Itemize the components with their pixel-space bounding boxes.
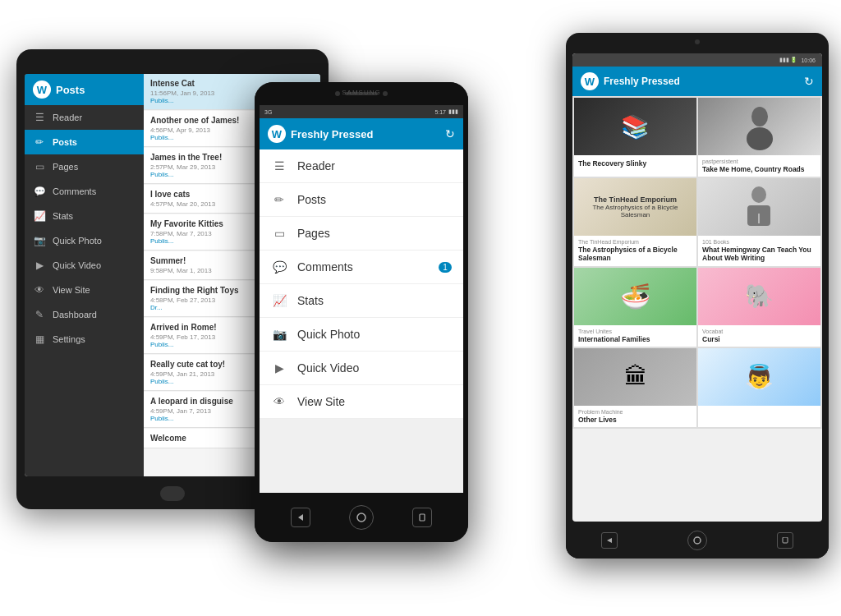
recent-apps-button[interactable]: [412, 508, 432, 527]
tablet-sidebar-header: W Posts: [25, 74, 144, 105]
svg-point-9: [694, 537, 701, 544]
menu-item-pages[interactable]: ▭ Pages: [260, 217, 463, 251]
phone-status-bar: 3G 5:17 ▮▮▮: [260, 105, 463, 118]
sidebar-label-reader: Reader: [53, 113, 82, 122]
posts-menu-icon: ✏: [271, 191, 287, 208]
tablet-sidebar: W Posts ☰ Reader ✏ Posts ▭ Pages 💬 Co: [25, 74, 144, 476]
grid-card-4[interactable]: 101 Books What Hemingway Can Teach You A…: [698, 178, 820, 265]
tablet-right-title-row: W Freshly Pressed: [581, 72, 680, 90]
card-image-5: 🍜: [574, 268, 696, 325]
card-body-2: pastpersistent Take Me Home, Country Roa…: [698, 155, 820, 177]
card-source-6: Vocabat: [702, 329, 816, 334]
phone-bottom-bar: [255, 493, 468, 542]
freshly-pressed-grid: 📚 The Recovery Slinky pastpersistent Tak…: [572, 96, 822, 429]
grid-card-7[interactable]: 🏛 Problem Machine Other Lives: [574, 348, 696, 427]
view-site-menu-icon: 👁: [271, 393, 287, 410]
menu-item-quick-video[interactable]: ▶ Quick Video: [260, 352, 463, 385]
refresh-button[interactable]: ↻: [804, 75, 814, 88]
sidebar-item-pages[interactable]: ▭ Pages: [25, 154, 144, 179]
home-button[interactable]: [349, 505, 374, 530]
sidebar-label-posts: Posts: [53, 137, 77, 147]
menu-item-view-site[interactable]: 👁 View Site: [260, 385, 463, 419]
grid-card-5[interactable]: 🍜 Travel Unites International Families: [574, 268, 696, 347]
menu-item-stats[interactable]: 📈 Stats: [260, 284, 463, 318]
menu-label-reader: Reader: [297, 159, 452, 172]
refresh-icon[interactable]: ↻: [445, 127, 455, 140]
sidebar-item-dashboard[interactable]: ✎ Dashboard: [25, 302, 144, 327]
card-source-4: 101 Books: [702, 239, 816, 245]
menu-label-quick-photo: Quick Photo: [297, 328, 452, 341]
grid-card-8[interactable]: 👼: [698, 348, 820, 427]
tablet-right-screen: ▮▮▮ 🔋 10:06 W Freshly Pressed ↻ 📚 The Re…: [572, 53, 822, 522]
grid-card-1[interactable]: 📚 The Recovery Slinky: [574, 98, 696, 177]
sidebar-item-reader[interactable]: ☰ Reader: [25, 105, 144, 130]
grid-card-2[interactable]: pastpersistent Take Me Home, Country Roa…: [698, 98, 820, 177]
menu-label-view-site: View Site: [297, 395, 452, 408]
sidebar-label-settings: Settings: [53, 334, 85, 344]
grid-card-6[interactable]: 🐘 Vocabat Cursi: [698, 268, 820, 347]
svg-point-3: [751, 107, 768, 126]
card-image-6: 🐘: [698, 268, 820, 325]
sidebar-item-comments[interactable]: 💬 Comments: [25, 179, 144, 204]
quick-photo-icon: 📷: [33, 234, 46, 247]
card-body-1: The Recovery Slinky: [574, 155, 696, 171]
card-image-7: 🏛: [574, 348, 696, 406]
card-body-4: 101 Books What Hemingway Can Teach You A…: [698, 236, 820, 265]
battery-icon: ▮▮▮: [448, 108, 458, 115]
card-title-4: What Hemingway Can Teach You About Web W…: [702, 246, 816, 262]
card-image-4: [698, 178, 820, 236]
view-site-icon: 👁: [33, 283, 46, 297]
grid-card-3[interactable]: The TinHead EmporiumThe Astrophysics of …: [574, 178, 696, 265]
sidebar-item-quick-video[interactable]: ▶ Quick Video: [25, 253, 144, 278]
svg-point-4: [747, 127, 773, 150]
time-display: 5:17 ▮▮▮: [434, 108, 458, 115]
back-button-tablet[interactable]: [601, 532, 618, 549]
menu-item-posts[interactable]: ✏ Posts: [260, 183, 463, 217]
wp-logo-tablet2: W: [581, 72, 599, 90]
sidebar-item-view-site[interactable]: 👁 View Site: [25, 278, 144, 302]
card-image-1: 📚: [574, 98, 696, 155]
front-camera: [335, 91, 340, 96]
tablet-right-title: Freshly Pressed: [604, 76, 680, 87]
card-image-2: [698, 98, 820, 155]
light-sensor: [383, 91, 388, 96]
sidebar-item-quick-photo[interactable]: 📷 Quick Photo: [25, 228, 144, 253]
tablet-right-nav-bar: [566, 522, 829, 559]
svg-rect-2: [420, 514, 425, 521]
card-title-2: Take Me Home, Country Roads: [702, 165, 816, 173]
card-body-5: Travel Unites International Families: [574, 325, 696, 347]
menu-item-comments[interactable]: 💬 Comments 1: [260, 251, 463, 284]
sidebar-item-settings[interactable]: ▦ Settings: [25, 327, 144, 352]
svg-point-1: [357, 513, 365, 522]
pages-menu-icon: ▭: [271, 225, 287, 241]
phone-screen: 3G 5:17 ▮▮▮ W Freshly Pressed ↻ ☰ Reader: [260, 105, 463, 493]
recent-apps-button-tablet[interactable]: [777, 532, 793, 549]
comments-menu-icon: 💬: [271, 259, 287, 275]
battery-signal: ▮▮▮ 🔋: [779, 57, 798, 63]
svg-point-5: [751, 186, 766, 203]
comments-badge: 1: [439, 262, 452, 273]
menu-label-stats: Stats: [297, 294, 452, 307]
phone-menu: ☰ Reader ✏ Posts ▭ Pages 💬 Comments 1: [260, 149, 463, 419]
card-title-3: The Astrophysics of a Bicycle Salesman: [578, 246, 692, 262]
menu-item-reader[interactable]: ☰ Reader: [260, 149, 463, 183]
home-button-tablet[interactable]: [687, 531, 707, 550]
reader-icon: ☰: [33, 111, 46, 124]
sidebar-label-quick-video: Quick Video: [53, 260, 101, 270]
tablet-right: ▮▮▮ 🔋 10:06 W Freshly Pressed ↻ 📚 The Re…: [566, 33, 829, 559]
back-button[interactable]: [291, 508, 310, 527]
quick-photo-menu-icon: 📷: [271, 326, 287, 342]
sidebar-item-stats[interactable]: 📈 Stats: [25, 204, 144, 228]
card-title-5: International Families: [578, 335, 692, 343]
signal-indicator: 3G: [264, 109, 272, 115]
menu-item-quick-photo[interactable]: 📷 Quick Photo: [260, 318, 463, 352]
card-source-5: Travel Unites: [578, 329, 692, 334]
tablet-camera: [695, 39, 700, 44]
scene: W Posts ☰ Reader ✏ Posts ▭ Pages 💬 Co: [0, 0, 841, 616]
tablet-home-button[interactable]: [160, 486, 185, 501]
phone-header-title-row: W Freshly Pressed: [268, 125, 373, 143]
sidebar-item-posts[interactable]: ✏ Posts: [25, 130, 144, 154]
card-body-6: Vocabat Cursi: [698, 325, 820, 347]
svg-marker-0: [298, 514, 303, 521]
comments-icon: 💬: [33, 185, 46, 198]
